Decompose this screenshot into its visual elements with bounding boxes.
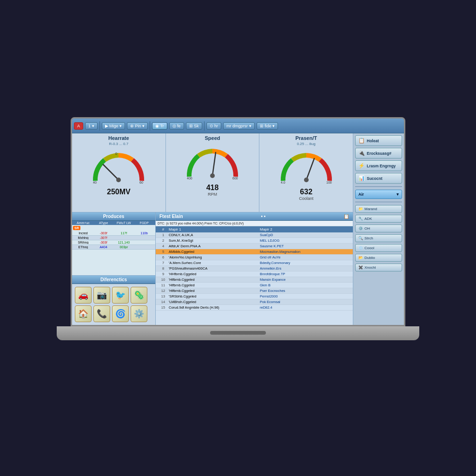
ftest-row-11[interactable]: 12 'Hlfbrnb.Cggeled Pser Eocnoches (156, 288, 353, 294)
ftest-row-2[interactable]: 2 Sum,M..KneSgt MEL LDJOG (156, 238, 353, 244)
ftest-name-8: 'HHfbrnb.Cggeled (169, 272, 260, 276)
sidebar-btn-oh[interactable]: ⚙️ OH (355, 225, 402, 232)
laptop-base (57, 326, 419, 340)
ftest-num-8: 9 (158, 272, 169, 276)
ftest-row-13[interactable]: 14 'LMBhsh.Cggeled Pok Ecomsal (156, 299, 353, 305)
svg-text:4.0: 4.0 (281, 181, 285, 184)
produces-row-1: Incred -303f 117f 110b (72, 231, 155, 236)
adk-icon: 🔧 (358, 217, 363, 221)
ftest-row-5[interactable]: 6 'Alomv%o.Uspnhlung Grid ofr AuYe (156, 255, 353, 260)
svg-line-5 (212, 152, 216, 176)
sidebar-btn-adk[interactable]: 🔧 ADK (355, 215, 402, 223)
oh-label: OH (364, 226, 370, 231)
sidebar-btn-dublio[interactable]: 📂 Dublio (355, 254, 402, 262)
produces-table: Amm+uc AType FWuT LW FGDP SR Incred (72, 221, 155, 275)
ftest-num-10: 11 (158, 283, 169, 287)
ftest-num-2: 2 (158, 238, 169, 243)
ftest-header-col1: Mapir 1 (169, 227, 260, 231)
ftest-col-headers: # Mapir 1 Mapir 2 (156, 226, 353, 232)
toolbar-btn-tr[interactable]: ◉ Tr (152, 122, 167, 130)
diag-icon-bio[interactable]: 🦠 (131, 287, 147, 304)
ftest-name-14: Corud.9df Angmbile Derts (H.96) (169, 305, 260, 310)
diag-icon-gear[interactable]: ⚙️ (131, 305, 147, 322)
air-chevron-icon: ▾ (397, 192, 399, 197)
ftest-header: Ftest Elain • • 📋 (156, 212, 353, 221)
diag-icon-bird[interactable]: 🐦 (112, 287, 129, 304)
produces-row-1-name: Incred (73, 231, 93, 235)
ftest-val-1: SuaCpD (260, 233, 351, 237)
gauge-hearrate-title: Hearrate (108, 135, 129, 141)
sidebar-btn-xnochl[interactable]: ✖️ Xnochl (355, 264, 402, 271)
xnochl-label: Xnochl (364, 265, 376, 270)
produces-col-headers: Amm+uc AType FWuT LW FGDP (72, 221, 155, 225)
ftest-row-10[interactable]: 11 'Hlfbrnb.Cggeled Gkm B (156, 283, 353, 288)
sidebar-btn-strch[interactable]: 🔍 Strch (355, 234, 402, 242)
sidebar-btn-sucocnt[interactable]: 📊 Sucocnt (355, 173, 402, 184)
diag-icon-phone[interactable]: 📞 (93, 305, 110, 322)
diag-icon-house[interactable]: 🏠 (75, 305, 92, 322)
svg-point-10 (304, 178, 309, 182)
gauge-prasen-subtitle: 0.25 ... 8ug (297, 142, 316, 146)
toolbar-separator-1 (99, 121, 100, 131)
dublio-icon: 📂 (358, 256, 363, 260)
left-center: Hearrate R-0.3 ... 0.7 (72, 133, 353, 325)
svg-text:0: 0 (115, 152, 117, 155)
svg-line-9 (306, 159, 314, 180)
toolbar-btn-fide[interactable]: ⊞ fide ▾ (257, 122, 278, 130)
marand-icon: 📁 (358, 207, 363, 211)
sidebar-btn-holeat[interactable]: 📋 Holeat (355, 135, 402, 146)
produces-col-1: Amm+uc (73, 221, 93, 225)
ftest-val-5: Grid ofr AuYe (260, 255, 351, 259)
diag-icon-camera[interactable]: 📷 (93, 287, 110, 304)
ftest-name-11: 'Hlfbrnb.Cggeled (169, 289, 260, 293)
ftest-name-13: 'LMBhsh.Cggeled (169, 300, 260, 304)
sidebar-btn-erocksuasg[interactable]: 🔌 Erocksuasg# (355, 148, 402, 159)
ftest-row-12[interactable]: 13 'SRSbhb.Cggeled Pernst2000 (156, 294, 353, 299)
ftest-row-4[interactable]: 5 AMbbls.Cggeled Mocmasilon.Magnumalion (156, 249, 353, 255)
sucocnt-label: Sucocnt (367, 176, 383, 181)
left-panel: Produces Amm+uc AType FWuT LW FGDP SR (72, 212, 156, 325)
xnochl-icon: ✖️ (358, 265, 363, 270)
toolbar-btn-dmg[interactable]: mr dmgprsr ▾ (223, 122, 255, 130)
ftest-val-12: Pernst2000 (260, 294, 351, 298)
sidebar-dropdown-air[interactable]: Air ▾ (355, 190, 402, 199)
sidebar-btn-marand[interactable]: 📁 Marand (355, 205, 402, 213)
svg-text:400: 400 (187, 177, 192, 180)
ftest-table: # Mapir 1 Mapir 2 1 CDNLY, A.UK,A SuaCpD (156, 226, 353, 325)
toolbar-btn-a[interactable]: A (74, 122, 83, 130)
erocksuasg-icon: 🔌 (358, 150, 365, 156)
produces-row-3: SRihng -303f 121,140 (72, 240, 155, 245)
bottom-section: Produces Amm+uc AType FWuT LW FGDP SR (72, 212, 353, 325)
produces-row-4: EThng A404 003pr (72, 245, 155, 250)
ftest-num-3: 4 (158, 244, 169, 248)
ftest-val-3: Sausme K.PET (260, 244, 351, 248)
strch-icon: 🔍 (358, 236, 363, 240)
ftest-val-13: Pok Ecomsal (260, 300, 351, 304)
toolbar-btn-sk[interactable]: ⊞ Sk (186, 122, 202, 130)
sidebar-btn-coool[interactable]: ❄️ Coool (355, 244, 402, 252)
oh-icon: ⚙️ (358, 226, 363, 231)
ftest-row-7[interactable]: 8 'PGShreullhmasm400CA Ammelkin.Ers (156, 266, 353, 271)
ftest-row-9[interactable]: 10 'Hlfbrnb.Cggeled Mansin Expance (156, 277, 353, 283)
sidebar-btn-lrasm[interactable]: ⚡ Lrasm Engrngy (355, 160, 402, 171)
toolbar-btn-hr[interactable]: ⊙ hr (206, 122, 222, 130)
diag-icon-car[interactable]: 🚗 (75, 287, 92, 304)
ftest-row-3[interactable]: 4 Alfdr,A' Derm.PNA.A Sausme K.PET (156, 244, 353, 249)
ftest-copy-icon[interactable]: 📋 (344, 214, 349, 219)
ftest-row-8[interactable]: 9 'HHfbrnb.Cggeled Bnrofdlroque.TP (156, 271, 353, 277)
ftest-num-13: 14 (158, 300, 169, 304)
diag-icon-spiral[interactable]: 🌀 (112, 305, 129, 322)
toolbar-separator-2 (150, 121, 150, 131)
marand-label: Marand (364, 207, 377, 211)
toolbar-btn-1[interactable]: 1 ▾ (85, 122, 98, 130)
toolbar-btn-mige[interactable]: ▶ Mige ▾ (102, 122, 126, 130)
ftest-row-1[interactable]: 1 CDNLY, A.UK,A SuaCpD (156, 232, 353, 238)
toolbar-btn-fe[interactable]: ◎ fe (169, 122, 184, 130)
toolbar-btn-pin[interactable]: ⊕ Pin ▾ (127, 122, 148, 130)
ftest-val-2: MEL LDJOG (260, 238, 351, 243)
ftest-name-4: AMbbls.Cggeled (169, 250, 260, 254)
ftest-row-14[interactable]: 15 Corud.9df Angmbile Derts (H.96) reD82… (156, 305, 353, 311)
svg-point-1 (116, 178, 121, 182)
produces-col-3: FWuT LW (114, 221, 134, 225)
ftest-row-6[interactable]: 7 'A.Mem.Surhec.Core Bdedly,Commonary (156, 260, 353, 266)
